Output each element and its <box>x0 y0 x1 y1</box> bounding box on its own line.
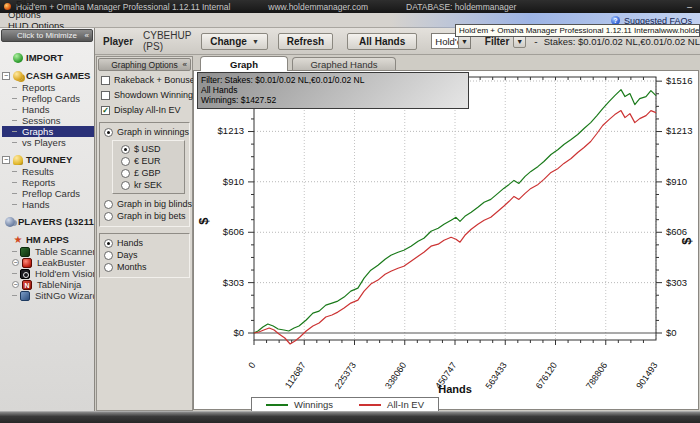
sidebar-section-label: HM APPS <box>26 234 69 245</box>
y-axis-label-right: $1213 <box>666 125 692 136</box>
tree-guide <box>12 273 17 274</box>
sidebar-section-hm-apps[interactable]: ★HM APPS <box>2 233 94 246</box>
checkbox-icon[interactable] <box>101 91 110 100</box>
radio-icon[interactable] <box>121 181 130 190</box>
checkbox-icon[interactable] <box>101 76 110 85</box>
table-scanner-icon <box>20 247 30 257</box>
collapse-expander-icon[interactable]: − <box>2 72 10 80</box>
checkbox-icon[interactable]: ✓ <box>101 106 110 115</box>
radio-icon[interactable] <box>104 212 113 221</box>
currency-group: $ USD€ EUR£ GBPkr SEK <box>112 140 185 194</box>
trophy-icon <box>13 155 23 165</box>
radio-icon[interactable] <box>104 263 113 272</box>
sidebar-section-tourney[interactable]: −TOURNEY <box>2 153 94 166</box>
graph-tab-row: GraphGraphed Hands <box>193 55 700 71</box>
collapse-expander-icon[interactable]: − <box>2 156 10 164</box>
radio-currency-usd[interactable]: $ USD <box>113 143 184 155</box>
chart-tooltip-line: Winnings: $1427.52 <box>201 95 465 105</box>
refresh-button[interactable]: Refresh <box>278 33 333 50</box>
all-hands-button[interactable]: All Hands <box>347 33 417 50</box>
radio-currency-eur[interactable]: € EUR <box>113 155 184 167</box>
menu-item-options[interactable]: Options <box>0 9 72 20</box>
y-axis-label-left: $1213 <box>218 125 244 136</box>
title-bar: Hold'em + Omaha Manager Professional 1.1… <box>0 0 700 13</box>
cash-games-icon <box>13 71 23 81</box>
tree-guide <box>12 120 17 121</box>
sidebar-item-label: Hold'em Vision <box>33 268 95 279</box>
minimize-window-button[interactable]: – <box>687 2 692 12</box>
sidebar-item-hands[interactable]: Hands <box>2 199 94 210</box>
sidebar-item-tableninja[interactable]: −NTableNinja <box>2 279 94 290</box>
radio-icon[interactable] <box>104 251 113 260</box>
tableninja-icon: N <box>22 280 32 290</box>
sidebar-minimize-button[interactable]: Click to Minimize « <box>1 29 93 42</box>
title-site-link[interactable]: www.holdemmanager.com <box>268 2 368 12</box>
sidebar-item-table-scanner[interactable]: Table Scanner <box>2 246 94 257</box>
sidebar-item-reports[interactable]: Reports <box>2 177 94 188</box>
y-axis-label-right: $1516 <box>666 75 692 86</box>
tab-graph[interactable]: Graph <box>200 56 288 71</box>
y-axis-label-right: $606 <box>666 226 687 237</box>
graphing-options-header[interactable]: Graphing Options « <box>98 58 191 71</box>
radio-icon[interactable] <box>104 200 113 209</box>
y-axis-title-left: $ <box>196 217 211 225</box>
radio-period-hands[interactable]: Hands <box>100 237 189 249</box>
radio-currency-gbp[interactable]: £ GBP <box>113 167 184 179</box>
collapse-expander-icon[interactable]: − <box>12 281 19 288</box>
sidebar-item-results[interactable]: Results <box>2 166 94 177</box>
x-axis-label: 901493 <box>634 360 659 390</box>
graphing-options-panel: Graphing Options « Rakeback + BonusesSho… <box>96 56 193 411</box>
sidebar-item-preflop-cards[interactable]: Preflop Cards <box>2 188 94 199</box>
sidebar-item-sitngo-wizard[interactable]: SitNGo Wizard <box>2 290 94 301</box>
sidebar-item-vs-players[interactable]: vs Players <box>2 137 94 148</box>
radio-label: Graph in big blinds <box>117 199 192 209</box>
sidebar-item-sessions[interactable]: Sessions <box>2 115 94 126</box>
legend-item-winnings: Winnings <box>266 399 333 410</box>
sidebar-item-hands[interactable]: Hands <box>2 104 94 115</box>
legend-swatch <box>266 404 288 406</box>
menu-item-file[interactable]: File <box>0 0 72 9</box>
radio-icon[interactable] <box>104 239 113 248</box>
x-axis-label: 788806 <box>584 360 609 390</box>
radio-label: Graph in big bets <box>117 211 186 221</box>
radio-label: $ USD <box>134 144 161 154</box>
sidebar-item-graphs[interactable]: Graphs <box>2 126 94 137</box>
collapse-expander-icon[interactable]: − <box>12 259 19 266</box>
tab-graphed-hands[interactable]: Graphed Hands <box>292 57 396 71</box>
tree-guide <box>12 204 17 205</box>
radio-icon[interactable] <box>121 169 130 178</box>
tree-guide <box>12 182 17 183</box>
radio-graph-in-big-blinds[interactable]: Graph in big blinds <box>100 198 189 210</box>
sidebar-item-label: SitNGo Wizard <box>33 290 95 301</box>
checkbox-rakeback-bonuses[interactable]: Rakeback + Bonuses <box>97 74 192 86</box>
radio-currency-kr-sek[interactable]: kr SEK <box>113 179 184 191</box>
sidebar-item-reports[interactable]: Reports <box>2 82 94 93</box>
import-icon <box>13 53 23 63</box>
x-axis-label: 338060 <box>383 360 408 390</box>
checkbox-showdown-winnings[interactable]: Showdown Winnings <box>97 89 192 101</box>
collapse-left-icon: « <box>85 31 89 40</box>
sidebar-item-label: vs Players <box>20 137 68 148</box>
checkbox-display-all-in-ev[interactable]: ✓Display All-In EV <box>97 104 192 116</box>
radio-period-months[interactable]: Months <box>100 261 189 273</box>
radio-icon[interactable] <box>121 145 130 154</box>
holdem-vision-icon <box>20 269 30 279</box>
chevron-down-icon: ▼ <box>252 38 259 45</box>
y-axis-label-left: $606 <box>223 226 244 237</box>
sidebar-item-leakbuster[interactable]: −LeakBuster <box>2 257 94 268</box>
y-axis-label-right: $303 <box>666 277 687 288</box>
radio-graph-in-big-bets[interactable]: Graph in big bets <box>100 210 189 222</box>
sidebar-section-players-132113[interactable]: PLAYERS (132113) <box>2 215 94 228</box>
leakbuster-icon <box>22 258 32 268</box>
sidebar-section-import[interactable]: IMPORT <box>2 51 94 64</box>
y-axis-label-left: $0 <box>233 327 244 338</box>
radio-graph-in-winnings[interactable]: Graph in winnings <box>100 126 189 138</box>
radio-icon[interactable] <box>121 157 130 166</box>
radio-icon[interactable] <box>104 128 113 137</box>
sidebar-section-cash-games[interactable]: −CASH GAMES <box>2 69 94 82</box>
change-player-button[interactable]: Change ▼ <box>201 33 268 50</box>
sidebar-item-preflop-cards[interactable]: Preflop Cards <box>2 93 94 104</box>
sidebar-item-hold-em-vision[interactable]: Hold'em Vision <box>2 268 94 279</box>
player-name: CYBEHUP (PS) <box>143 30 191 52</box>
radio-period-days[interactable]: Days <box>100 249 189 261</box>
